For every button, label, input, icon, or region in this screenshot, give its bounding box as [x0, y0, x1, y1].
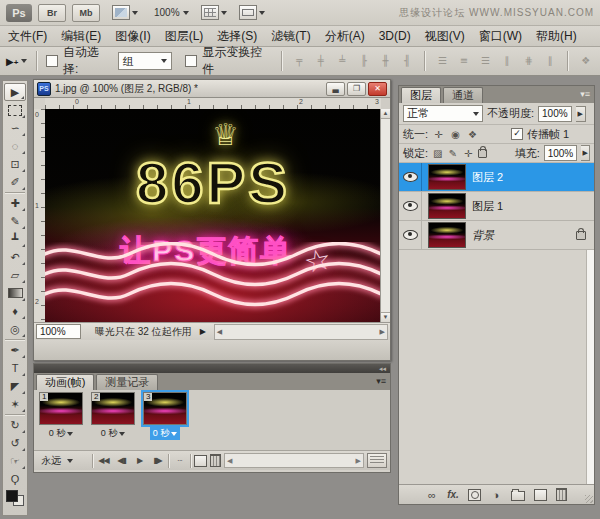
panel-menu-icon[interactable]: ▾≡ [580, 89, 590, 99]
frames-scrollbar[interactable]: ◀ ▶ [224, 453, 364, 468]
quick-selection-tool[interactable]: ◌ [4, 137, 26, 155]
blend-mode-dropdown[interactable]: 正常 [403, 105, 483, 122]
animation-frame-2[interactable]: 2 0 秒 [90, 392, 136, 450]
status-menu-arrow-icon[interactable]: ▶ [200, 327, 206, 336]
menu-3d[interactable]: 3D(D) [379, 29, 411, 43]
3d-orbit-tool[interactable]: ↺ [4, 434, 26, 452]
layer-thumbnail[interactable] [428, 193, 466, 219]
frame-delay-dropdown[interactable]: 0 秒 [98, 427, 129, 440]
current-tool-preset[interactable]: ▶+ [6, 56, 27, 67]
unify-visibility-icon[interactable]: ◉ [449, 129, 462, 140]
auto-align-layers-icon[interactable]: ❖ [577, 53, 594, 69]
eraser-tool[interactable]: ▱ [4, 266, 26, 284]
close-button[interactable]: ✕ [368, 82, 387, 96]
visibility-toggle[interactable] [399, 163, 422, 191]
auto-select-checkbox[interactable] [46, 55, 58, 67]
loop-count-dropdown[interactable]: 永远 [37, 453, 89, 469]
delete-frame-button[interactable] [210, 454, 221, 467]
history-brush-tool[interactable]: ↶ [4, 248, 26, 266]
document-title-bar[interactable]: PS 1.jpg @ 100% (图层 2, RGB/8) * ▃ ❐ ✕ [34, 80, 390, 98]
bridge-button[interactable]: Br [38, 4, 66, 22]
hand-tool[interactable]: ☞ [4, 452, 26, 470]
fill-value[interactable]: 100% [544, 145, 578, 161]
tab-measurement-log[interactable]: 测量记录 [96, 374, 158, 390]
duplicate-frame-button[interactable] [194, 455, 207, 467]
eyedropper-tool[interactable]: ✐ [4, 173, 26, 191]
color-swatches[interactable] [6, 490, 24, 506]
move-tool[interactable]: ▶ [4, 83, 26, 101]
distribute-bottom-edges-icon[interactable]: ☰ [477, 53, 494, 69]
convert-to-timeline-button[interactable] [367, 453, 387, 468]
3d-rotate-tool[interactable]: ↻ [4, 416, 26, 434]
panel-menu-icon[interactable]: ▾≡ [376, 376, 386, 386]
tab-animation-frames[interactable]: 动画(帧) [36, 374, 94, 390]
layer-thumbnail[interactable] [428, 164, 466, 190]
align-vertical-centers-icon[interactable]: ╪ [313, 53, 330, 69]
blur-tool[interactable]: ♦ [4, 302, 26, 320]
minimize-button[interactable]: ▃ [326, 82, 345, 96]
menu-filter[interactable]: 滤镜(T) [271, 28, 310, 45]
previous-frame-button[interactable]: ◀▮ [114, 454, 129, 468]
type-tool[interactable]: T [4, 359, 26, 377]
mini-bridge-button[interactable]: Mb [72, 4, 100, 22]
align-bottom-edges-icon[interactable]: ╧ [334, 53, 351, 69]
zoom-tool[interactable]: Ϙ [4, 470, 26, 488]
view-extras-dropdown[interactable] [201, 5, 227, 20]
status-zoom-field[interactable]: 100% [36, 324, 81, 339]
show-transform-controls-checkbox[interactable] [185, 55, 197, 67]
panel-header-strip[interactable]: ◂◂ [34, 364, 390, 373]
animation-frame-1[interactable]: 1 0 秒 [38, 392, 84, 450]
unify-position-icon[interactable]: ✛ [432, 129, 445, 140]
adjustment-layer-icon[interactable]: ◑ [490, 489, 502, 501]
lock-image-icon[interactable]: ✎ [447, 148, 458, 159]
menu-select[interactable]: 选择(S) [217, 28, 257, 45]
menu-layer[interactable]: 图层(L) [165, 28, 204, 45]
play-button[interactable]: ▶ [132, 454, 147, 468]
canvas[interactable]: ♕ 86PS 让PS更简单 ☆ [45, 109, 381, 322]
add-layer-mask-icon[interactable] [468, 489, 481, 501]
menu-view[interactable]: 视图(V) [425, 28, 465, 45]
dodge-tool[interactable]: ◎ [4, 320, 26, 338]
fill-slider-arrow[interactable]: ▶ [581, 145, 590, 161]
unify-style-icon[interactable]: ❖ [466, 129, 479, 140]
visibility-toggle[interactable] [399, 192, 422, 220]
align-left-edges-icon[interactable]: ╟ [356, 53, 373, 69]
scroll-right-arrow[interactable]: ▶ [356, 457, 361, 465]
horizontal-scrollbar[interactable]: ◀ ▶ [214, 324, 388, 340]
layer-row-background[interactable]: 背景 [399, 221, 594, 250]
distribute-right-edges-icon[interactable]: ∥ [542, 53, 559, 69]
resize-grip[interactable] [585, 495, 593, 503]
first-frame-button[interactable]: ◀◀ [96, 454, 111, 468]
arrange-documents-dropdown[interactable] [112, 5, 138, 20]
layer-name[interactable]: 图层 2 [472, 170, 503, 185]
vertical-scrollbar[interactable]: ▲ ▼ [380, 109, 390, 322]
scroll-left-arrow[interactable]: ◀ [227, 457, 232, 465]
distribute-horizontal-centers-icon[interactable]: ⋕ [520, 53, 537, 69]
pen-tool[interactable]: ✒ [4, 341, 26, 359]
scroll-down-arrow[interactable]: ▼ [381, 312, 390, 322]
scroll-right-arrow[interactable]: ▶ [380, 328, 385, 336]
tween-frames-button[interactable]: ··· [172, 454, 187, 468]
menu-edit[interactable]: 编辑(E) [61, 28, 101, 45]
crop-tool[interactable]: ⊡ [4, 155, 26, 173]
layer-name[interactable]: 背景 [472, 228, 494, 243]
align-horizontal-centers-icon[interactable]: ╫ [377, 53, 394, 69]
delete-layer-icon[interactable] [556, 488, 567, 501]
menu-help[interactable]: 帮助(H) [536, 28, 577, 45]
custom-shape-tool[interactable]: ✶ [4, 395, 26, 413]
lock-position-icon[interactable]: ✛ [463, 148, 474, 159]
new-layer-icon[interactable] [534, 489, 547, 501]
link-layers-icon[interactable]: ∞ [426, 489, 438, 501]
collapse-panel-icon[interactable]: ◂◂ [379, 365, 386, 373]
spot-healing-brush-tool[interactable]: ✚ [4, 194, 26, 212]
visibility-toggle[interactable] [399, 221, 422, 249]
layer-name[interactable]: 图层 1 [472, 199, 503, 214]
foreground-color-swatch[interactable] [6, 490, 18, 502]
layers-scrollbar[interactable] [586, 250, 594, 484]
restore-button[interactable]: ❐ [347, 82, 366, 96]
frame-delay-dropdown[interactable]: 0 秒 [150, 427, 181, 440]
opacity-value[interactable]: 100% [538, 106, 572, 122]
distribute-left-edges-icon[interactable]: ∥ [499, 53, 516, 69]
lasso-tool[interactable]: ∽ [4, 119, 26, 137]
auto-select-target-dropdown[interactable]: 组 [118, 52, 173, 70]
